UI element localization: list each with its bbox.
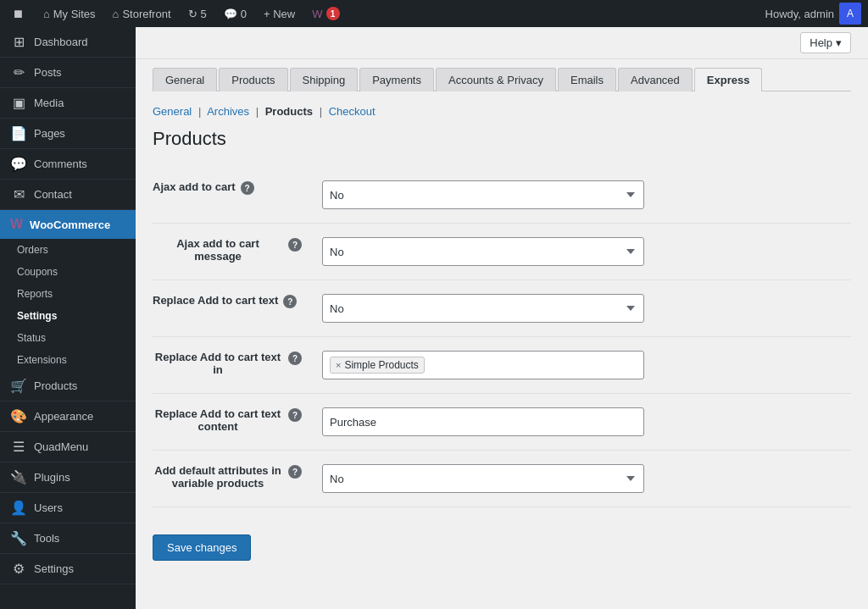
- sidebar-item-status[interactable]: Status: [0, 327, 136, 349]
- replace-text-content-input[interactable]: [322, 407, 644, 436]
- setting-field-replace-text: No Yes: [322, 280, 851, 337]
- setting-field-ajax-cart-message: No Yes: [322, 224, 851, 280]
- products-icon: 🛒: [10, 378, 27, 394]
- tab-advanced[interactable]: Advanced: [618, 68, 693, 91]
- tab-general[interactable]: General: [153, 68, 217, 91]
- settings-wrap: General Products Shipping Payments Accou…: [136, 59, 868, 578]
- sidebar-item-appearance[interactable]: 🎨 Appearance: [0, 401, 136, 432]
- breadcrumb-sep-1: |: [198, 105, 201, 118]
- setting-label-replace-text-content: Replace Add to cart text content ?: [153, 394, 322, 451]
- help-icon-ajax-add-to-cart[interactable]: ?: [241, 181, 254, 195]
- breadcrumb-general[interactable]: General: [153, 105, 192, 118]
- setting-field-replace-text-in: × Simple Products: [322, 337, 851, 394]
- woocommerce-submenu: Orders Coupons Reports Settings Status E…: [0, 239, 136, 371]
- tab-emails[interactable]: Emails: [558, 68, 616, 91]
- replace-text-in-tag-input[interactable]: × Simple Products: [322, 351, 644, 379]
- sidebar-item-media[interactable]: ▣ Media: [0, 88, 136, 119]
- wp-logo[interactable]: ■: [7, 0, 30, 27]
- help-icon-ajax-cart-message[interactable]: ?: [288, 238, 302, 252]
- settings-row-replace-text: Replace Add to cart text ? No Yes: [153, 280, 851, 337]
- tag-remove-icon[interactable]: ×: [336, 360, 341, 370]
- sidebar-item-pages[interactable]: 📄 Pages: [0, 119, 136, 149]
- tab-accounts-privacy[interactable]: Accounts & Privacy: [436, 68, 556, 91]
- woo-icon: W: [312, 8, 322, 20]
- help-bar: Help ▾: [136, 27, 868, 59]
- tools-icon: 🔧: [10, 530, 27, 546]
- comments-link[interactable]: 💬 0: [217, 0, 253, 27]
- page-title: Products: [153, 128, 851, 150]
- sidebar-item-tools[interactable]: 🔧 Tools: [0, 523, 136, 554]
- ajax-cart-message-select[interactable]: No Yes: [322, 237, 644, 266]
- setting-label-ajax-cart-message: Ajax add to cart message ?: [153, 224, 322, 280]
- users-icon: 👤: [10, 500, 27, 516]
- main-content: Help ▾ General Products Shipping Payment…: [136, 27, 868, 609]
- breadcrumb-sep-2: |: [256, 105, 259, 118]
- new-content-link[interactable]: + New: [257, 0, 302, 27]
- posts-icon: ✏: [10, 64, 27, 80]
- setting-field-ajax-add-to-cart: No Yes: [322, 167, 851, 224]
- sidebar-item-settings[interactable]: Settings: [0, 305, 136, 327]
- sidebar-item-extensions[interactable]: Extensions: [0, 349, 136, 371]
- breadcrumb-products: Products: [265, 105, 313, 118]
- help-icon-default-attrs[interactable]: ?: [288, 465, 302, 479]
- setting-label-default-attrs: Add default attributes in variable produ…: [153, 451, 322, 507]
- contact-icon: ✉: [10, 186, 27, 202]
- save-changes-button[interactable]: Save changes: [153, 534, 251, 561]
- media-icon: ▣: [10, 95, 27, 111]
- setting-field-replace-text-content: [322, 394, 851, 451]
- woocommerce-menu-header[interactable]: W WooCommerce: [0, 210, 136, 239]
- replace-text-select[interactable]: No Yes: [322, 294, 644, 323]
- setting-field-default-attrs: No Yes: [322, 451, 851, 507]
- sidebar-item-dashboard[interactable]: ⊞ Dashboard: [0, 27, 136, 58]
- sidebar-item-products[interactable]: 🛒 Products: [0, 371, 136, 401]
- pages-icon: 📄: [10, 125, 27, 141]
- comments-nav-icon: 💬: [10, 156, 27, 172]
- settings-footer: Save changes: [153, 507, 851, 561]
- settings-row-default-attrs: Add default attributes in variable produ…: [153, 451, 851, 507]
- admin-bar: ■ ⌂ My Sites ⌂ Storefront ↻ 5 💬 0 + New …: [0, 0, 868, 27]
- breadcrumb-checkout[interactable]: Checkout: [329, 105, 376, 118]
- sidebar-item-users[interactable]: 👤 Users: [0, 493, 136, 523]
- my-sites-link[interactable]: ⌂ My Sites: [36, 0, 103, 27]
- appearance-icon: 🎨: [10, 408, 27, 424]
- storefront-icon: ⌂: [113, 8, 120, 20]
- user-menu[interactable]: Howdy, admin A: [765, 3, 861, 25]
- woo-badge: 1: [326, 7, 340, 20]
- updates-link[interactable]: ↻ 5: [181, 0, 214, 27]
- refresh-icon: ↻: [188, 8, 198, 20]
- setting-label-replace-text-in: Replace Add to cart text in ?: [153, 337, 322, 394]
- help-button[interactable]: Help ▾: [800, 32, 851, 53]
- sidebar-item-posts[interactable]: ✏ Posts: [0, 58, 136, 88]
- woocommerce-section: W WooCommerce Orders Coupons Reports Set…: [0, 210, 136, 371]
- sidebar-item-comments[interactable]: 💬 Comments: [0, 149, 136, 180]
- tab-navigation: General Products Shipping Payments Accou…: [153, 68, 851, 91]
- comment-icon: 💬: [224, 8, 237, 20]
- sidebar-item-reports[interactable]: Reports: [0, 283, 136, 305]
- ajax-add-to-cart-select[interactable]: No Yes: [322, 180, 644, 209]
- sidebar: ⊞ Dashboard ✏ Posts ▣ Media 📄 Pag: [0, 27, 136, 609]
- sidebar-item-plugins[interactable]: 🔌 Plugins: [0, 462, 136, 493]
- tab-payments[interactable]: Payments: [359, 68, 434, 91]
- storefront-link[interactable]: ⌂ Storefront: [106, 0, 178, 27]
- settings-table: Ajax add to cart ? No Yes: [153, 167, 851, 507]
- plugins-icon: 🔌: [10, 469, 27, 485]
- settings-row-replace-text-in: Replace Add to cart text in ? × Simple P…: [153, 337, 851, 394]
- breadcrumb-archives[interactable]: Archives: [207, 105, 249, 118]
- help-icon-replace-text-in[interactable]: ?: [288, 352, 302, 365]
- settings-row-ajax-add-to-cart: Ajax add to cart ? No Yes: [153, 167, 851, 224]
- help-icon-replace-text[interactable]: ?: [283, 295, 297, 308]
- sidebar-item-orders[interactable]: Orders: [0, 239, 136, 261]
- sidebar-item-contact[interactable]: ✉ Contact: [0, 180, 136, 210]
- sidebar-item-coupons[interactable]: Coupons: [0, 261, 136, 283]
- default-attrs-select[interactable]: No Yes: [322, 464, 644, 493]
- sidebar-item-quadmenu[interactable]: ☰ QuadMenu: [0, 432, 136, 462]
- woo-link[interactable]: W 1: [305, 0, 346, 27]
- sidebar-item-settings-main[interactable]: ⚙ Settings: [0, 554, 136, 584]
- bottom-menu: 🛒 Products 🎨 Appearance ☰ QuadMenu 🔌: [0, 371, 136, 584]
- tab-products[interactable]: Products: [219, 68, 287, 91]
- quadmenu-icon: ☰: [10, 439, 27, 455]
- settings-icon: ⚙: [10, 561, 27, 577]
- help-icon-replace-text-content[interactable]: ?: [288, 408, 302, 422]
- tab-express[interactable]: Express: [694, 68, 763, 91]
- tab-shipping[interactable]: Shipping: [290, 68, 359, 91]
